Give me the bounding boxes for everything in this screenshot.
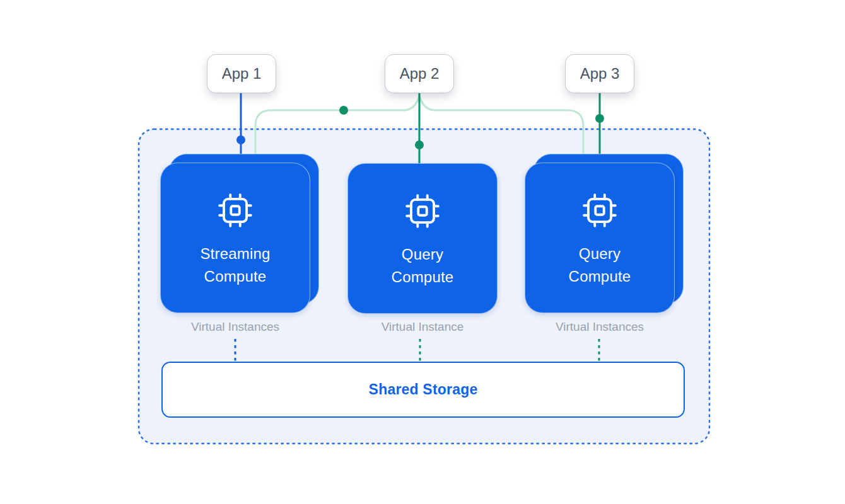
connection-dot-app3 (595, 114, 604, 123)
card-title-line: Query (392, 243, 454, 266)
cpu-icon (580, 191, 619, 230)
shared-storage-label: Shared Storage (369, 381, 478, 398)
app-box-2: App 2 (385, 54, 454, 93)
connection-dot-branch (339, 106, 348, 115)
card-title: Streaming Compute (200, 243, 270, 288)
card-query-compute-2: Query Compute (525, 163, 675, 313)
card-title-line: Compute (200, 265, 270, 288)
card-title-line: Compute (569, 265, 631, 288)
app-label: App 1 (222, 65, 262, 83)
card-title-line: Query (569, 243, 631, 265)
card-title: Query Compute (569, 243, 631, 288)
card-streaming-compute: Streaming Compute (160, 163, 310, 313)
app-box-1: App 1 (207, 54, 276, 93)
connection-dot-app1 (236, 135, 245, 144)
card-title: Query Compute (392, 243, 454, 289)
app-label: App 3 (580, 65, 620, 83)
card-title-line: Compute (392, 266, 454, 289)
card-front: Streaming Compute (160, 163, 310, 313)
card-query-compute-1: Query Compute (347, 163, 498, 314)
card-title-line: Streaming (200, 243, 270, 265)
virtual-instances-label: Virtual Instances (525, 320, 675, 334)
cpu-icon (403, 192, 442, 231)
connection-dot-app2 (415, 140, 424, 149)
virtual-instance-label: Virtual Instance (347, 320, 498, 334)
shared-storage-box: Shared Storage (161, 362, 685, 418)
cpu-icon (216, 191, 255, 230)
virtual-instances-label: Virtual Instances (160, 320, 310, 334)
app-box-3: App 3 (565, 54, 634, 93)
card-front: Query Compute (347, 163, 498, 314)
architecture-diagram: App 1 App 2 App 3 Streaming Compute (0, 0, 845, 504)
card-front: Query Compute (525, 163, 675, 313)
app-label: App 2 (400, 65, 440, 83)
